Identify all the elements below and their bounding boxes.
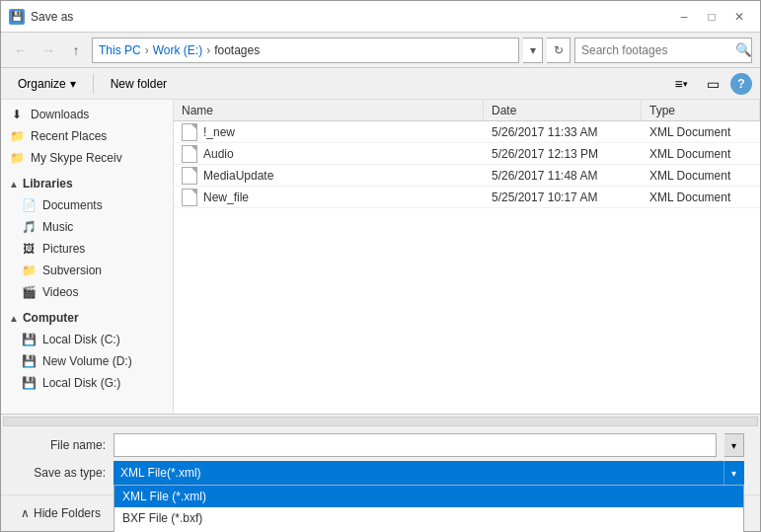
videos-icon: 🎬: [21, 284, 37, 300]
bottom-section: File name: ▾ Save as type: XML File(*.xm…: [1, 427, 760, 494]
libraries-label: Libraries: [23, 177, 73, 190]
chevron-up-icon: ∧: [21, 506, 30, 520]
forward-button[interactable]: →: [37, 38, 60, 62]
filename-dropdown-button[interactable]: ▾: [724, 433, 744, 457]
sidebar-label: Videos: [42, 285, 78, 299]
sidebar-label: New Volume (D:): [42, 354, 132, 368]
table-row[interactable]: !_new 5/26/2017 11:33 AM XML Document: [174, 121, 760, 143]
breadcrumb-this-pc[interactable]: This PC: [99, 43, 141, 57]
savetype-option-bxf[interactable]: BXF File (*.bxf): [114, 507, 743, 529]
sidebar-label: Local Disk (G:): [42, 376, 120, 390]
back-button[interactable]: ←: [9, 38, 33, 62]
horizontal-scrollbar[interactable]: [3, 417, 758, 426]
sidebar-item-local-c[interactable]: 💾 Local Disk (C:): [1, 329, 173, 350]
title-bar: 💾 Save as – □ ✕: [1, 1, 760, 33]
filename-input[interactable]: [114, 433, 717, 457]
column-header-date[interactable]: Date: [484, 100, 642, 120]
organize-label: Organize: [18, 77, 66, 91]
sidebar-item-skype[interactable]: 📁 My Skype Receiv: [1, 147, 173, 169]
hide-folders-button[interactable]: ∧ Hide Folders: [17, 504, 105, 522]
savetype-arrow-button[interactable]: ▾: [723, 461, 743, 485]
organize-button[interactable]: Organize ▾: [9, 72, 85, 96]
close-button[interactable]: ✕: [726, 7, 752, 27]
title-bar-controls: – □ ✕: [671, 7, 752, 27]
search-input[interactable]: [575, 43, 735, 57]
downloads-icon: ⬇: [9, 107, 25, 122]
minimize-button[interactable]: –: [671, 7, 697, 27]
disk-icon: 💾: [21, 375, 37, 391]
filename-row: File name: ▾: [17, 433, 744, 457]
file-list-header: Name Date Type: [174, 100, 760, 121]
breadcrumb-work[interactable]: Work (E:): [153, 43, 202, 57]
sidebar-group-favorites: ⬇ Downloads 📁 Recent Places 📁 My Skype R…: [1, 104, 173, 169]
table-row[interactable]: MediaUpdate 5/26/2017 11:48 AM XML Docum…: [174, 165, 760, 187]
file-date: 5/25/2017 10:17 AM: [484, 189, 642, 206]
savetype-dropdown: XML File(*.xml) ▾ XML File (*.xml) BXF F…: [114, 461, 744, 485]
savetype-selected[interactable]: XML File(*.xml) ▾: [114, 461, 744, 485]
column-header-type[interactable]: Type: [642, 100, 760, 120]
file-date: 5/26/2017 11:48 AM: [484, 167, 642, 185]
dialog-title: Save as: [31, 10, 671, 24]
savetype-option-xml[interactable]: XML File (*.xml): [114, 486, 743, 507]
sidebar-item-recent[interactable]: 📁 Recent Places: [1, 125, 173, 147]
new-folder-button[interactable]: New folder: [102, 72, 176, 96]
sidebar-label: Pictures: [42, 242, 85, 256]
file-icon: [182, 189, 197, 206]
sidebar-item-local-g[interactable]: 💾 Local Disk (G:): [1, 372, 173, 394]
sidebar-label: Recent Places: [31, 129, 107, 143]
search-box: 🔍: [574, 38, 752, 63]
preview-button[interactable]: ▭: [699, 72, 726, 96]
savetype-row: Save as type: XML File(*.xml) ▾ XML File…: [17, 461, 744, 485]
file-name: MediaUpdate: [203, 169, 273, 183]
table-row[interactable]: New_file 5/25/2017 10:17 AM XML Document: [174, 187, 760, 208]
chevron-down-icon: ▾: [70, 77, 76, 91]
view-options-button[interactable]: ≡ ▾: [667, 72, 695, 96]
computer-header[interactable]: ▲ Computer: [1, 307, 173, 329]
skype-icon: 📁: [9, 150, 25, 166]
subversion-icon: 📁: [21, 263, 37, 278]
file-name: Audio: [203, 147, 234, 161]
collapse-icon: ▲: [9, 313, 19, 324]
documents-icon: 📄: [21, 197, 37, 213]
sidebar: ⬇ Downloads 📁 Recent Places 📁 My Skype R…: [1, 100, 174, 414]
file-date: 5/26/2017 12:13 PM: [484, 145, 642, 163]
libraries-header[interactable]: ▲ Libraries: [1, 173, 173, 194]
chevron-down-icon: ▾: [530, 43, 536, 57]
breadcrumb-dropdown[interactable]: ▾: [523, 38, 543, 63]
chevron-down-icon: ▾: [731, 440, 736, 451]
view-arrow-icon: ▾: [683, 79, 688, 89]
maximize-button[interactable]: □: [699, 7, 724, 27]
search-button[interactable]: 🔍: [735, 38, 752, 62]
horizontal-scrollbar-area: [1, 414, 760, 427]
help-button[interactable]: ?: [730, 73, 752, 95]
column-header-name[interactable]: Name: [174, 100, 484, 120]
music-icon: 🎵: [21, 219, 37, 235]
file-type: XML Document: [642, 167, 760, 185]
sidebar-item-pictures[interactable]: 🖼 Pictures: [1, 238, 173, 260]
savetype-dropdown-list: XML File (*.xml) BXF File (*.bxf) All Fi…: [114, 485, 744, 532]
search-icon: 🔍: [735, 42, 752, 57]
sidebar-item-music[interactable]: 🎵 Music: [1, 216, 173, 238]
file-type: XML Document: [642, 123, 760, 141]
sidebar-item-volume-d[interactable]: 💾 New Volume (D:): [1, 350, 173, 372]
main-area: ⬇ Downloads 📁 Recent Places 📁 My Skype R…: [1, 100, 760, 414]
up-button[interactable]: ↑: [64, 38, 88, 62]
sidebar-item-documents[interactable]: 📄 Documents: [1, 194, 173, 216]
sidebar-item-downloads[interactable]: ⬇ Downloads: [1, 104, 173, 125]
file-type: XML Document: [642, 145, 760, 163]
file-type: XML Document: [642, 189, 760, 206]
refresh-button[interactable]: ↻: [547, 38, 571, 63]
toolbar-right: ≡ ▾ ▭ ?: [667, 72, 752, 96]
dialog-icon: 💾: [9, 9, 25, 25]
save-as-dialog: 💾 Save as – □ ✕ ← → ↑ This PC › Work (E:…: [0, 0, 761, 532]
sidebar-group-libraries: ▲ Libraries 📄 Documents 🎵 Music 🖼 Pictur…: [1, 173, 173, 303]
filename-label: File name:: [17, 438, 106, 452]
table-row[interactable]: Audio 5/26/2017 12:13 PM XML Document: [174, 143, 760, 165]
file-name: New_file: [203, 190, 249, 204]
toolbar: Organize ▾ New folder ≡ ▾ ▭ ?: [1, 68, 760, 100]
file-icon: [182, 145, 197, 163]
sidebar-item-videos[interactable]: 🎬 Videos: [1, 281, 173, 303]
sidebar-item-subversion[interactable]: 📁 Subversion: [1, 260, 173, 281]
chevron-down-icon: ▾: [731, 468, 736, 479]
breadcrumb: This PC › Work (E:) › footages: [92, 38, 519, 63]
